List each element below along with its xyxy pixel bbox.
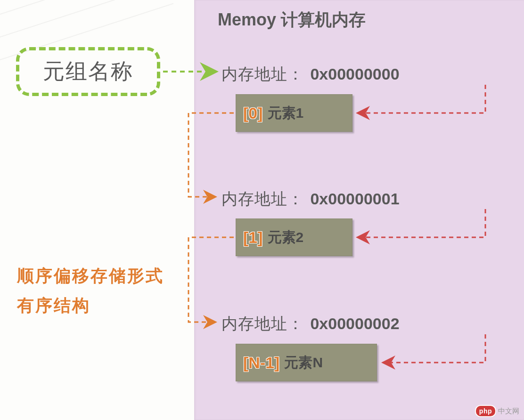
- footer-pill: php: [476, 406, 495, 416]
- addr-hex: 0x00000001: [310, 190, 399, 208]
- element-label: 元素2: [268, 228, 304, 247]
- footer-badge: php 中文网: [476, 406, 519, 416]
- element-box-0: [0] 元素1: [236, 94, 352, 132]
- footer-text: 中文网: [498, 407, 519, 416]
- tuple-name-box: 元组名称: [16, 47, 160, 96]
- tuple-name-label: 元组名称: [43, 57, 133, 86]
- addr-label: 内存地址：: [221, 190, 304, 208]
- addr-hex: 0x00000000: [310, 65, 399, 83]
- element-box-2: [N-1] 元素N: [236, 344, 377, 381]
- addr-label: 内存地址：: [221, 65, 304, 83]
- index-label: [N-1]: [243, 354, 279, 372]
- addr-label: 内存地址：: [221, 315, 304, 332]
- element-box-1: [1] 元素2: [236, 218, 352, 256]
- memory-address-1: 内存地址： 0x00000001: [221, 188, 400, 210]
- addr-hex: 0x00000002: [310, 315, 399, 332]
- element-label: 元素N: [284, 353, 323, 372]
- memory-address-2: 内存地址： 0x00000002: [221, 313, 400, 335]
- memory-address-0: 内存地址： 0x00000000: [221, 64, 400, 85]
- description-line-2: 有序结构: [17, 294, 90, 317]
- index-label: [0]: [243, 104, 263, 122]
- memory-title: Memoy 计算机内存: [218, 8, 366, 32]
- description-line-1: 顺序偏移存储形式: [17, 265, 164, 288]
- element-label: 元素1: [268, 104, 304, 123]
- index-label: [1]: [243, 228, 263, 247]
